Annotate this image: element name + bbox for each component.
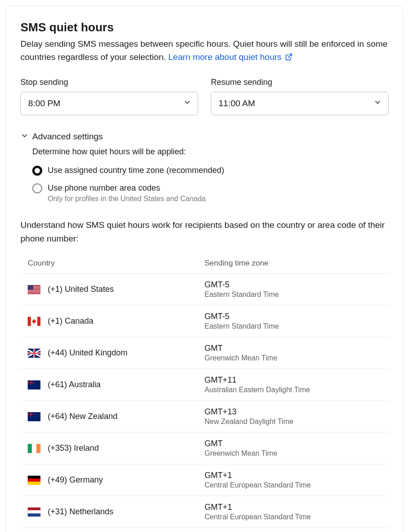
chevron-down-icon xyxy=(183,98,191,108)
timezone-name: Australian Eastern Daylight Time xyxy=(204,386,381,394)
timezone-table: Country Sending time zone (+1) United St… xyxy=(20,254,389,528)
advanced-settings-label: Advanced settings xyxy=(32,132,103,142)
column-header-country: Country xyxy=(28,259,204,268)
gmt-offset: GMT xyxy=(204,439,381,448)
timezone-cell: GMT+1Central European Standard Time xyxy=(204,471,381,489)
stop-sending-select[interactable]: 8:00 PM xyxy=(20,92,198,115)
country-cell: (+64) New Zealand xyxy=(28,412,204,421)
radio-label: Use assigned country time zone (recommen… xyxy=(48,165,224,176)
timezone-cell: GMTGreenwich Mean Time xyxy=(204,344,381,362)
resume-sending-select[interactable]: 11:00 AM xyxy=(211,92,389,115)
time-selects-row: Stop sending 8:00 PM Resume sending 11:0… xyxy=(20,78,389,115)
country-label: (+353) Ireland xyxy=(48,443,99,453)
timezone-name: New Zealand Daylight Time xyxy=(204,418,381,426)
table-row: (+64) New ZealandGMT+13New Zealand Dayli… xyxy=(20,400,389,432)
stop-sending-value: 8:00 PM xyxy=(28,99,60,108)
table-row: (+31) NetherlandsGMT+1Central European S… xyxy=(20,496,389,528)
resume-sending-value: 11:00 AM xyxy=(219,99,255,108)
table-row: (+1) United StatesGMT-5Eastern Standard … xyxy=(20,273,389,305)
stop-sending-label: Stop sending xyxy=(20,78,198,87)
table-row: (+353) IrelandGMTGreenwich Mean Time xyxy=(20,432,389,464)
gmt-offset: GMT-5 xyxy=(204,280,381,290)
gmt-offset: GMT xyxy=(204,344,381,353)
timezone-cell: GMT-5Eastern Standard Time xyxy=(204,312,381,330)
radio-icon xyxy=(32,183,42,193)
timezone-name: Eastern Standard Time xyxy=(204,291,381,299)
table-row: (+61) AustraliaGMT+11Australian Eastern … xyxy=(20,369,389,400)
advanced-description: Determine how quiet hours will be applie… xyxy=(32,147,389,157)
country-label: (+1) United States xyxy=(48,285,114,294)
country-cell: (+1) United States xyxy=(28,285,204,294)
country-label: (+61) Australia xyxy=(48,380,101,389)
gmt-offset: GMT+1 xyxy=(204,471,381,480)
flag-icon xyxy=(28,380,40,389)
flag-icon xyxy=(28,349,40,358)
timezone-cell: GMTGreenwich Mean Time xyxy=(204,439,381,458)
section-description: Delay sending SMS messages between speci… xyxy=(20,37,389,65)
gmt-offset: GMT-5 xyxy=(204,312,381,321)
timezone-cell: GMT+11Australian Eastern Daylight Time xyxy=(204,375,381,394)
quiet-hours-card: SMS quiet hours Delay sending SMS messag… xyxy=(5,5,404,532)
table-row: (+49) GermanyGMT+1Central European Stand… xyxy=(20,464,389,496)
gmt-offset: GMT+11 xyxy=(204,375,381,385)
section-title: SMS quiet hours xyxy=(20,20,389,34)
resume-sending-group: Resume sending 11:00 AM xyxy=(211,78,389,115)
timezone-name: Greenwich Mean Time xyxy=(204,449,381,458)
flag-icon xyxy=(28,317,40,326)
timezone-cell: GMT+13New Zealand Daylight Time xyxy=(204,407,381,426)
country-label: (+31) Netherlands xyxy=(48,507,114,517)
country-label: (+64) New Zealand xyxy=(48,412,118,421)
country-cell: (+61) Australia xyxy=(28,380,204,389)
timezone-name: Central European Standard Time xyxy=(204,481,381,489)
resume-sending-label: Resume sending xyxy=(211,78,389,87)
stop-sending-group: Stop sending 8:00 PM xyxy=(20,78,198,115)
advanced-settings-toggle[interactable]: Advanced settings xyxy=(20,132,389,142)
timezone-name: Central European Standard Time xyxy=(204,513,381,521)
radio-option-area-codes[interactable]: Use phone number area codes Only for pro… xyxy=(32,182,389,203)
timezone-cell: GMT+1Central European Standard Time xyxy=(204,502,381,521)
external-link-icon xyxy=(285,51,293,64)
country-cell: (+1) Canada xyxy=(28,316,204,326)
country-cell: (+44) United Kingdom xyxy=(28,348,204,358)
radio-icon xyxy=(32,166,42,176)
country-label: (+44) United Kingdom xyxy=(48,348,128,358)
flag-icon xyxy=(28,285,40,294)
learn-more-link[interactable]: Learn more about quiet hours xyxy=(168,52,293,62)
flag-icon xyxy=(28,412,40,421)
table-row: (+1) CanadaGMT-5Eastern Standard Time xyxy=(20,305,389,337)
timezone-name: Greenwich Mean Time xyxy=(204,354,381,362)
country-label: (+1) Canada xyxy=(48,316,94,326)
svg-line-0 xyxy=(288,54,292,58)
table-body: (+1) United StatesGMT-5Eastern Standard … xyxy=(20,273,389,528)
country-cell: (+353) Ireland xyxy=(28,443,204,453)
timezone-name: Eastern Standard Time xyxy=(204,322,381,330)
timezone-cell: GMT-5Eastern Standard Time xyxy=(204,280,381,299)
advanced-settings-body: Determine how quiet hours will be applie… xyxy=(20,147,389,203)
chevron-down-icon xyxy=(20,132,29,142)
flag-icon xyxy=(28,444,40,453)
gmt-offset: GMT+13 xyxy=(204,407,381,417)
radio-sublabel: Only for profiles in the United States a… xyxy=(48,195,206,203)
radio-option-country-timezone[interactable]: Use assigned country time zone (recommen… xyxy=(32,165,389,176)
flag-icon xyxy=(28,507,40,517)
country-cell: (+49) Germany xyxy=(28,475,204,485)
table-row: (+44) United KingdomGMTGreenwich Mean Ti… xyxy=(20,337,389,369)
flag-icon xyxy=(28,476,40,485)
table-intro-text: Understand how SMS quiet hours work for … xyxy=(20,218,389,245)
learn-more-label: Learn more about quiet hours xyxy=(168,52,281,62)
gmt-offset: GMT+1 xyxy=(204,502,381,512)
country-cell: (+31) Netherlands xyxy=(28,507,204,517)
radio-label: Use phone number area codes xyxy=(48,182,206,194)
chevron-down-icon xyxy=(374,98,382,108)
table-header: Country Sending time zone xyxy=(20,254,389,273)
column-header-timezone: Sending time zone xyxy=(204,259,381,268)
country-label: (+49) Germany xyxy=(48,475,103,485)
